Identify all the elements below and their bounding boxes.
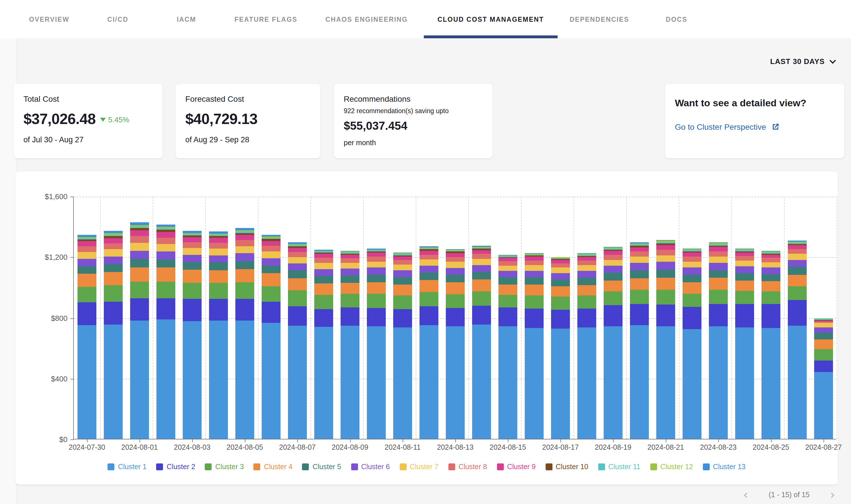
bar-segment-cluster-6 [682,268,701,274]
bar-segment-cluster-6 [472,265,491,272]
bar-segment-cluster-1 [130,321,149,439]
recommendations-suffix: per month [344,139,483,147]
x-axis-label: 2024-08-09 [332,444,368,451]
tab-dependencies[interactable]: DEPENDENCIES [570,0,629,38]
bar-segment-cluster-3 [104,285,123,302]
bar-2024-08-02[interactable] [156,224,175,439]
bar-segment-cluster-4 [209,270,228,283]
bar-2024-08-24[interactable] [735,249,754,439]
x-axis-label: 2024-08-03 [174,444,210,451]
bar-segment-cluster-3 [735,291,754,304]
legend-item-cluster-4[interactable]: Cluster 4 [254,463,293,471]
legend-item-cluster-5[interactable]: Cluster 5 [302,463,341,471]
bar-segment-cluster-6 [577,271,596,277]
tab-docs[interactable]: DOCS [666,0,687,38]
legend-item-cluster-9[interactable]: Cluster 9 [497,463,536,471]
tab-ci-cd[interactable]: CI/CD [107,0,128,38]
legend-item-cluster-2[interactable]: Cluster 2 [156,463,195,471]
legend-label: Cluster 4 [264,463,293,471]
bar-segment-cluster-7 [288,257,307,264]
bar-segment-cluster-9 [656,245,675,250]
bar-segment-cluster-7 [77,252,97,259]
bar-2024-08-16[interactable] [525,253,543,439]
bar-2024-08-15[interactable] [499,255,517,439]
cloud-cost-dashboard: OVERVIEWCI/CDIACMFEATURE FLAGSCHAOS ENGI… [0,0,851,504]
bar-2024-08-25[interactable] [762,251,780,439]
legend-item-cluster-12[interactable]: Cluster 12 [650,463,693,471]
bar-segment-cluster-5 [393,277,412,285]
cluster-perspective-link[interactable]: Go to Cluster Perspective [675,122,834,131]
bar-segment-cluster-13 [130,222,149,225]
tab-overview[interactable]: OVERVIEW [29,0,69,38]
bar-2024-08-03[interactable] [183,231,202,439]
bar-segment-cluster-5 [630,270,649,278]
bar-segment-cluster-4 [288,278,307,290]
bar-2024-07-30[interactable] [77,235,97,439]
recommendations-card: Recommendations 922 recommendation(s) sa… [334,84,492,158]
bar-2024-08-26[interactable] [788,240,807,439]
bar-segment-cluster-4 [604,280,623,291]
bar-2024-08-09[interactable] [341,251,360,439]
bar-segment-cluster-9 [104,238,123,243]
legend-item-cluster-13[interactable]: Cluster 13 [702,463,746,471]
bar-segment-cluster-3 [762,291,780,304]
forecasted-cost-title: Forecasted Cost [185,94,311,104]
cost-chart-card: $0$400$800$1,200$1,6002024-07-302024-08-… [15,172,838,485]
recommendations-amount: $55,037.454 [344,120,483,132]
legend-item-cluster-7[interactable]: Cluster 7 [399,463,438,471]
legend-item-cluster-8[interactable]: Cluster 8 [448,463,487,471]
bar-segment-cluster-4 [156,267,175,282]
bar-segment-cluster-5 [472,272,491,280]
bar-2024-07-31[interactable] [104,231,123,439]
bar-2024-08-23[interactable] [709,242,728,439]
tab-cloud-cost-management[interactable]: CLOUD COST MANAGEMENT [437,0,544,38]
bar-2024-08-01[interactable] [130,222,149,439]
bar-2024-08-13[interactable] [446,249,465,439]
bar-2024-08-10[interactable] [367,249,386,439]
bar-segment-cluster-8 [472,254,491,259]
time-range-dropdown[interactable]: LAST 30 DAYS [770,57,835,66]
bar-2024-08-18[interactable] [577,253,596,439]
bar-segment-cluster-1 [235,321,254,439]
tab-feature-flags[interactable]: FEATURE FLAGS [235,0,297,38]
bar-segment-cluster-8 [235,240,254,246]
tab-chaos-engineering[interactable]: CHAOS ENGINEERING [326,0,408,38]
bar-segment-cluster-6 [314,269,333,276]
bar-segment-cluster-1 [367,326,386,439]
bar-segment-cluster-4 [130,267,149,282]
bar-2024-08-06[interactable] [262,235,280,439]
bar-2024-08-11[interactable] [393,253,412,439]
bar-2024-08-22[interactable] [682,249,701,439]
bar-2024-08-12[interactable] [419,247,438,439]
bar-segment-cluster-4 [235,269,254,282]
bar-segment-cluster-4 [499,284,517,294]
bar-2024-08-19[interactable] [604,247,623,439]
legend-item-cluster-6[interactable]: Cluster 6 [351,463,390,471]
bar-2024-08-05[interactable] [235,228,254,439]
legend-item-cluster-3[interactable]: Cluster 3 [205,463,244,471]
previous-page-button[interactable]: ‹ [743,490,748,500]
cluster-perspective-link-label: Go to Cluster Perspective [675,122,766,131]
bar-segment-cluster-4 [630,278,649,290]
bar-segment-cluster-9 [762,255,780,258]
bar-2024-08-17[interactable] [551,257,570,439]
legend-item-cluster-11[interactable]: Cluster 11 [598,463,640,471]
legend-item-cluster-1[interactable]: Cluster 1 [108,463,147,471]
bar-segment-cluster-6 [209,255,228,263]
legend-item-cluster-10[interactable]: Cluster 10 [545,463,588,471]
bar-2024-08-20[interactable] [630,242,649,439]
bar-segment-cluster-2 [156,299,175,320]
bar-2024-08-04[interactable] [209,231,228,439]
next-page-button[interactable]: › [830,490,835,500]
bar-segment-cluster-7 [209,248,228,255]
tab-iacm[interactable]: IACM [177,0,196,38]
y-axis-label: $1,600 [45,192,68,201]
bar-2024-08-21[interactable] [656,240,675,439]
x-gridline [731,197,732,439]
bar-2024-08-27[interactable] [814,318,833,439]
bar-2024-08-07[interactable] [288,242,307,439]
bar-2024-08-08[interactable] [314,250,333,439]
forecasted-cost-card: Forecasted Cost $40,729.13 of Aug 29 - S… [176,84,320,158]
x-axis-tick [823,439,824,442]
bar-2024-08-14[interactable] [472,246,491,439]
